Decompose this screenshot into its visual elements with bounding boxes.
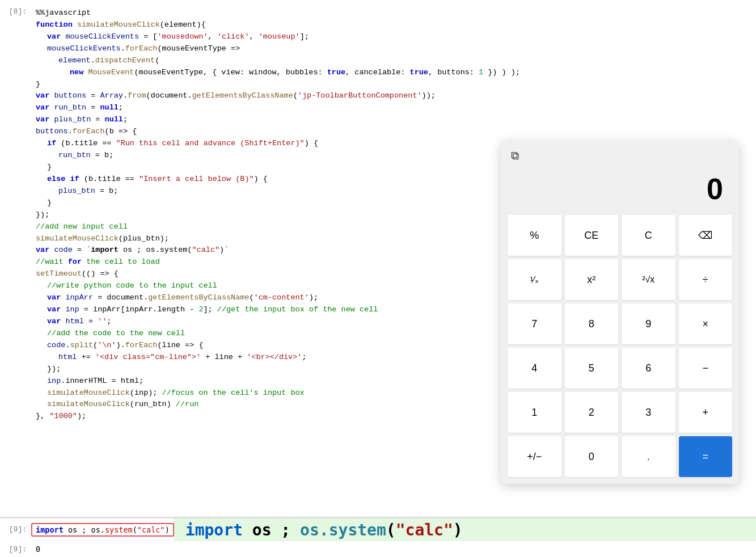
cell-9-output-label: [9]:: [0, 543, 31, 555]
cell-9-output-value: 0: [31, 543, 45, 555]
code-line: mouseClickEvents.forEach(mouseEventType …: [36, 43, 751, 55]
code-line: new MouseEvent(mouseEventType, { view: w…: [36, 67, 751, 79]
calc-display: 0: [508, 167, 732, 215]
cell-9-code-box: import os ; os.system("calc"): [31, 523, 174, 537]
code-area: [8]: %%javascript function simulateMouse…: [0, 0, 756, 517]
code-line: element.dispatchEvent(: [36, 55, 751, 67]
cell-9-input-row: [9]: import os ; os.system("calc") impor…: [0, 518, 756, 541]
calc-6-button[interactable]: 6: [622, 348, 675, 389]
calc-negate-button[interactable]: +/−: [508, 436, 561, 477]
calc-4-button[interactable]: 4: [508, 348, 561, 389]
calc-0-button[interactable]: 0: [565, 436, 619, 477]
calc-add-button[interactable]: +: [679, 392, 733, 433]
cell-9-large-preview: import os ; os.system ("calc"): [174, 518, 756, 541]
calc-8-button[interactable]: 8: [565, 303, 619, 344]
code-line: var run_btn = null;: [36, 102, 751, 114]
calc-1-button[interactable]: 1: [508, 392, 561, 433]
calc-c-button[interactable]: C: [622, 215, 675, 256]
calc-7-button[interactable]: 7: [508, 303, 561, 344]
cell-9-input-label: [9]:: [0, 518, 31, 541]
main-container: [8]: %%javascript function simulateMouse…: [0, 0, 756, 557]
collapse-icon[interactable]: ⧉: [511, 150, 519, 163]
calc-multiply-button[interactable]: ×: [679, 303, 733, 344]
calc-decimal-button[interactable]: .: [622, 436, 675, 477]
calc-square-button[interactable]: x²: [565, 259, 619, 300]
calc-divide-button[interactable]: ÷: [679, 259, 733, 300]
calc-3-button[interactable]: 3: [622, 392, 675, 433]
calc-5-button[interactable]: 5: [565, 348, 619, 389]
code-line: function simulateMouseClick(element){: [36, 19, 751, 31]
calc-subtract-button[interactable]: −: [679, 348, 733, 389]
bottom-area: [9]: import os ; os.system("calc") impor…: [0, 517, 756, 557]
calc-header: ⧉: [508, 147, 732, 167]
calc-buttons: % CE C ⌫ ¹⁄ₓ x² ²√x ÷ 7 8 9 × 4 5 6 −: [508, 215, 732, 477]
calc-2-button[interactable]: 2: [565, 392, 619, 433]
cell-9-output-row: [9]: 0: [0, 541, 756, 557]
calc-equals-button[interactable]: =: [679, 436, 733, 477]
code-line: %%javascript: [36, 7, 751, 19]
calc-9-button[interactable]: 9: [622, 303, 675, 344]
code-line: var buttons = Array.from(document.getEle…: [36, 90, 751, 102]
calc-ce-button[interactable]: CE: [565, 215, 619, 256]
calc-sqrt-button[interactable]: ²√x: [622, 259, 675, 300]
code-line: var mouseClickEvents = ['mousedown', 'cl…: [36, 31, 751, 43]
calc-backspace-button[interactable]: ⌫: [679, 215, 733, 256]
code-line: var plus_btn = null;: [36, 114, 751, 126]
cell-9-input-content: import os ; os.system("calc"): [31, 518, 174, 541]
code-line: }: [36, 79, 751, 91]
cell-8-label: [8]:: [0, 6, 31, 16]
code-line: buttons.forEach(b => {: [36, 126, 751, 138]
calculator: ⧉ 0 % CE C ⌫ ¹⁄ₓ x² ²√x ÷ 7 8 9 × 4: [501, 141, 739, 484]
calc-reciprocal-button[interactable]: ¹⁄ₓ: [508, 259, 561, 300]
calc-percent-button[interactable]: %: [508, 215, 561, 256]
